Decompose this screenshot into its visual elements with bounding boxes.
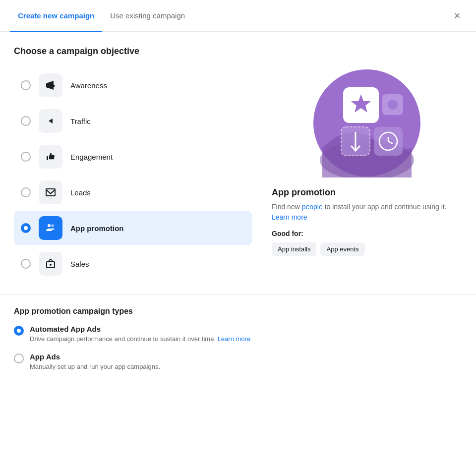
modal: Create new campaign Use existing campaig…	[0, 0, 476, 394]
two-column-layout: Awareness Traffic	[14, 68, 462, 281]
tags-list: App installs App events	[272, 242, 462, 256]
objective-item-engagement[interactable]: Engagement	[14, 140, 252, 174]
promo-title: App promotion	[272, 187, 462, 198]
tag-app-installs: App installs	[272, 242, 316, 256]
objective-item-app-promotion[interactable]: App promotion	[14, 211, 252, 245]
campaign-types-title: App promotion campaign types	[14, 307, 462, 316]
good-for-label: Good for:	[272, 230, 462, 237]
sales-label: Sales	[70, 260, 89, 268]
automated-option-desc: Drive campaign performance and continue …	[30, 335, 250, 344]
traffic-label: Traffic	[70, 117, 91, 125]
main-content: Choose a campaign objective	[0, 32, 476, 291]
objective-item-leads[interactable]: Leads	[14, 176, 252, 209]
radio-app-promotion[interactable]	[21, 223, 31, 233]
svg-point-1	[52, 225, 54, 227]
tag-app-events: App events	[320, 242, 364, 256]
promo-desc-text-before: Find new	[272, 203, 302, 211]
app-promotion-label: App promotion	[70, 224, 123, 233]
leads-icon-box	[39, 180, 62, 204]
radio-traffic[interactable]	[21, 116, 31, 126]
tab-use-existing[interactable]: Use existing campaign	[102, 0, 193, 32]
radio-automated[interactable]	[14, 326, 24, 336]
app-promotion-icon-box	[39, 216, 62, 240]
radio-option-automated[interactable]: Automated App Ads Drive campaign perform…	[14, 325, 462, 344]
automated-learn-more-link[interactable]: Learn more	[218, 335, 250, 343]
promo-panel: App promotion Find new people to install…	[272, 68, 462, 281]
automated-desc-text: Drive campaign performance and continue …	[30, 335, 218, 343]
tabs-header: Create new campaign Use existing campaig…	[0, 0, 476, 32]
radio-sales[interactable]	[21, 259, 31, 269]
radio-option-app-ads[interactable]: App Ads Manually set up and run your app…	[14, 352, 462, 371]
promo-desc-text-after: to install your app and continue using i…	[323, 203, 447, 211]
leads-label: Leads	[70, 188, 91, 197]
campaign-types-section: App promotion campaign types Automated A…	[0, 294, 476, 394]
radio-app-ads[interactable]	[14, 353, 24, 363]
objective-item-sales[interactable]: Sales	[14, 247, 252, 281]
objective-list-column: Awareness Traffic	[14, 68, 252, 281]
traffic-icon-box	[39, 109, 62, 133]
radio-awareness[interactable]	[21, 80, 31, 90]
engagement-label: Engagement	[70, 153, 113, 161]
app-ads-option-desc: Manually set up and run your app campaig…	[30, 362, 160, 371]
section-title: Choose a campaign objective	[14, 46, 462, 57]
objective-item-awareness[interactable]: Awareness	[14, 68, 252, 102]
app-ads-option-text: App Ads Manually set up and run your app…	[30, 352, 160, 371]
automated-option-text: Automated App Ads Drive campaign perform…	[30, 325, 250, 344]
close-button[interactable]: ×	[448, 7, 466, 25]
objective-item-traffic[interactable]: Traffic	[14, 104, 252, 138]
promo-desc-people-link[interactable]: people	[302, 203, 323, 211]
promo-description: Find new people to install your app and …	[272, 202, 462, 223]
promo-learn-more-link[interactable]: Learn more	[272, 213, 307, 221]
automated-option-label: Automated App Ads	[30, 325, 250, 333]
svg-point-13	[388, 100, 398, 110]
objective-list: Awareness Traffic	[14, 68, 252, 281]
radio-engagement[interactable]	[21, 152, 31, 162]
app-ads-option-label: App Ads	[30, 352, 160, 361]
app-promotion-illustration	[312, 68, 421, 177]
illustration-wrap	[272, 68, 462, 177]
svg-point-0	[48, 224, 51, 227]
sales-icon-box	[39, 252, 62, 276]
awareness-label: Awareness	[70, 81, 107, 90]
engagement-icon-box	[39, 145, 62, 169]
awareness-icon-box	[39, 73, 62, 97]
tab-create-campaign[interactable]: Create new campaign	[10, 0, 102, 32]
radio-leads[interactable]	[21, 187, 31, 197]
